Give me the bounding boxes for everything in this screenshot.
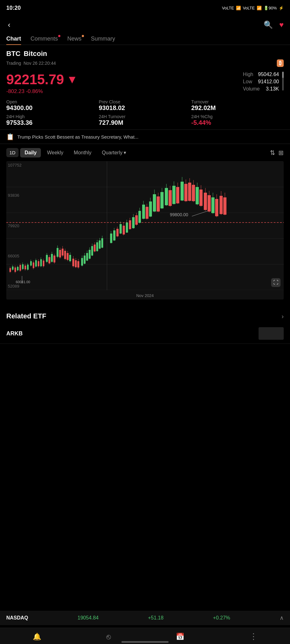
nav-calendar[interactable]: 📅	[176, 633, 184, 641]
tab-comments[interactable]: Comments	[31, 36, 58, 45]
stats-grid: Open 94300.00 Prev Close 93018.02 Turnov…	[0, 98, 290, 130]
btc-badge: ₿	[277, 59, 284, 67]
stock-ticker: BTC	[6, 50, 20, 58]
open-stat: Open 94300.00	[6, 99, 99, 112]
volume-stat-row: Volume 3.13K	[243, 86, 279, 92]
ticker-pct-change: +0.27%	[213, 615, 230, 621]
low-stat-row: Low 91412.00	[243, 79, 279, 85]
comments-dot	[58, 35, 60, 37]
chart-expand-button[interactable]: ⛶	[271, 278, 281, 287]
24h-turnover-stat: 24H Turnover 727.90M	[99, 114, 191, 126]
ticker-price: 19054.84	[78, 615, 99, 621]
tab-bar: Chart Comments News Summary	[0, 32, 290, 45]
alert-icon: 🔔	[33, 633, 41, 641]
ticker-change: +51.18	[148, 615, 163, 621]
related-etf-title: Related ETF	[6, 312, 46, 320]
chart-icon-group: ⇅ ⊞	[270, 149, 284, 157]
related-etf-arrow-icon: ›	[282, 313, 284, 320]
search-icon[interactable]: 🔍	[264, 20, 273, 29]
stock-status-time: Trading Nov 26 22:20:44	[6, 61, 56, 66]
prev-close-stat: Prev Close 93018.02	[99, 99, 191, 112]
ticker-name: NASDAQ	[6, 615, 28, 621]
current-price: 92215.79 ▼	[6, 72, 78, 87]
scrollbar-thumb	[282, 72, 284, 78]
nav-more[interactable]: ⋮	[249, 632, 258, 641]
nav-alert[interactable]: 🔔	[33, 633, 41, 641]
svg-text:99800.00: 99800.00	[170, 212, 188, 217]
svg-text:60041.00: 60041.00	[16, 280, 30, 284]
news-icon: 📋	[6, 133, 14, 140]
tab-chart[interactable]: Chart	[6, 36, 21, 45]
favorite-heart-icon[interactable]: ♥	[279, 20, 284, 29]
chart-area: 107752 93836 79920 66005 52089 99800.00	[6, 161, 284, 300]
high-value: 95042.64	[258, 72, 279, 77]
back-button[interactable]: ‹	[6, 19, 12, 31]
status-time: 10:20	[6, 5, 21, 11]
nav-share[interactable]: ⎋	[106, 632, 111, 641]
chart-timeframe-weekly[interactable]: Weekly	[42, 148, 68, 157]
volume-value: 3.13K	[266, 86, 279, 92]
etf-chart-thumbnail	[259, 327, 284, 340]
header-actions: 🔍 ♥	[264, 20, 284, 29]
price-stats: High 95042.64 Low 91412.00 Volume 3.13K	[243, 72, 279, 92]
tab-summary[interactable]: Summary	[91, 36, 115, 45]
candlestick-chart: 99800.00	[6, 161, 284, 290]
share-icon: ⎋	[106, 632, 111, 641]
spacer	[0, 300, 290, 306]
chart-timeframe-daily[interactable]: Daily	[20, 148, 41, 157]
status-icons: VoLTE 📶 VoLTE 📶 🔋90% ⚡	[222, 6, 284, 10]
stock-meta: Trading Nov 26 22:20:44 ₿	[6, 59, 284, 67]
news-headline: Trump Picks Scott Bessent as Treasury Se…	[17, 134, 138, 140]
related-etf-header[interactable]: Related ETF ›	[0, 306, 290, 323]
chart-compare-icon[interactable]: ⇅	[270, 149, 275, 157]
chart-date-label: Nov 2024	[136, 293, 154, 298]
stock-title: BTC Bitcoin	[6, 50, 284, 58]
chart-layout-icon[interactable]: ⊞	[278, 149, 284, 157]
price-section: 92215.79 ▼ -802.23 -0.86% High 95042.64 …	[0, 69, 290, 98]
price-direction-icon: ▼	[67, 73, 78, 86]
tab-news[interactable]: News	[67, 36, 81, 45]
price-change: -802.23 -0.86%	[6, 88, 78, 95]
chart-timeframe-1d[interactable]: 1D	[6, 148, 19, 157]
more-dots-icon: ⋮	[249, 632, 258, 641]
candlestick-svg-container: 99800.00	[6, 161, 284, 290]
calendar-icon: 📅	[176, 633, 184, 641]
chart-timeframe-monthly[interactable]: Monthly	[70, 148, 96, 157]
home-bar	[121, 641, 169, 643]
scrollbar[interactable]	[282, 72, 284, 91]
news-ticker[interactable]: 📋 Trump Picks Scott Bessent as Treasury …	[0, 130, 290, 144]
low-value: 91412.00	[258, 79, 279, 85]
header: ‹ 🔍 ♥	[0, 16, 290, 32]
ticker-bar: NASDAQ 19054.84 +51.18 +0.27% ∧	[0, 611, 290, 625]
turnover-stat: Turnover 292.02M	[191, 99, 284, 112]
high-stat-row: High 95042.64	[243, 72, 279, 77]
price-value: 92215.79	[6, 72, 64, 87]
news-dot	[82, 35, 84, 37]
status-bar: 10:20 VoLTE 📶 VoLTE 📶 🔋90% ⚡	[0, 0, 290, 16]
price-left: 92215.79 ▼ -802.23 -0.86%	[6, 72, 78, 95]
chart-controls: 1D Daily Weekly Monthly Quarterly ▾ ⇅ ⊞	[0, 144, 290, 161]
chart-timeframe-quarterly[interactable]: Quarterly ▾	[98, 148, 131, 157]
etf-name: ARKB	[6, 330, 23, 337]
etf-list-item[interactable]: ARKB	[0, 323, 290, 344]
stock-name: Bitcoin	[24, 50, 47, 58]
dropdown-arrow-icon: ▾	[124, 150, 126, 156]
ticker-collapse-icon[interactable]: ∧	[280, 614, 284, 621]
stock-header: BTC Bitcoin Trading Nov 26 22:20:44 ₿	[0, 45, 290, 69]
24h-pctchg-stat: 24H %Chg -5.44%	[191, 114, 284, 126]
24h-high-stat: 24H High 97533.36	[6, 114, 99, 126]
bottom-spacer	[0, 344, 290, 407]
